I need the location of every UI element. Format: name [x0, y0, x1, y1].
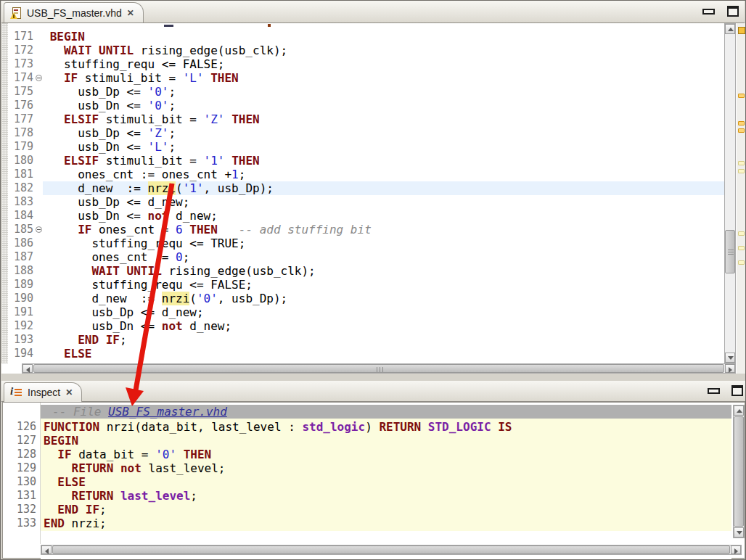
- code-line[interactable]: WAIT UNTIL rising_edge(usb_clk);: [43, 44, 724, 57]
- code-line[interactable]: usb_Dn <= not d_new;: [43, 319, 724, 333]
- inspect-vscroll-thumb[interactable]: [734, 416, 744, 527]
- code-line[interactable]: ELSIF stimuli_bit = '1' THEN: [43, 154, 724, 168]
- inspect-code-line[interactable]: RETURN last_level;: [41, 489, 731, 503]
- line-number[interactable]: 171: [8, 30, 43, 44]
- overview-ruler[interactable]: [737, 23, 746, 374]
- scroll-down-icon[interactable]: [725, 353, 735, 363]
- overview-occurrence-marker[interactable]: [738, 231, 745, 236]
- line-number[interactable]: 191: [8, 305, 43, 319]
- overview-occurrence-marker[interactable]: [738, 161, 745, 165]
- line-number[interactable]: 184: [8, 209, 43, 223]
- line-number[interactable]: 192: [8, 319, 43, 333]
- scroll-right-icon[interactable]: [725, 364, 735, 373]
- minimize-icon[interactable]: [702, 9, 715, 15]
- line-number[interactable]: 176: [8, 99, 43, 112]
- tab-usb-fs-master-vhd[interactable]: USB_FS_master.vhd ✕: [4, 2, 144, 22]
- line-number[interactable]: 187: [8, 250, 43, 264]
- fold-collapse-icon[interactable]: [36, 226, 42, 233]
- code-line[interactable]: WAIT UNTIL rising_edge(usb_clk);: [43, 264, 724, 278]
- line-number[interactable]: 194: [8, 347, 43, 361]
- current-code-line[interactable]: d_new := nrzi('1', usb_Dp);: [43, 181, 724, 195]
- line-number[interactable]: 182: [8, 181, 43, 195]
- panel-sash[interactable]: [1, 374, 745, 381]
- scroll-up-icon[interactable]: [734, 405, 744, 416]
- line-number-gutter[interactable]: 1711721731741751761771781791801811821831…: [8, 30, 43, 361]
- inspect-vertical-scrollbar[interactable]: [733, 405, 745, 538]
- scroll-down-icon[interactable]: [734, 527, 744, 538]
- code-editor[interactable]: 1711721731741751761771781791801811821831…: [1, 23, 745, 374]
- code-line[interactable]: usb_Dp <= 'Z';: [43, 126, 724, 140]
- line-number[interactable]: 190: [8, 292, 43, 305]
- overview-warning-marker[interactable]: [738, 94, 745, 98]
- line-number[interactable]: 172: [8, 44, 43, 57]
- line-number[interactable]: 175: [8, 85, 43, 99]
- line-number[interactable]: 186: [8, 236, 43, 250]
- code-line[interactable]: END IF;: [43, 333, 724, 347]
- line-number[interactable]: 174: [8, 71, 43, 85]
- inspect-code-line[interactable]: IF data_bit = '0' THEN: [41, 448, 731, 461]
- maximize-icon[interactable]: [731, 385, 743, 396]
- line-number[interactable]: 188: [8, 264, 43, 278]
- line-number[interactable]: 180: [8, 154, 43, 168]
- fold-collapse-icon[interactable]: [36, 75, 42, 81]
- overview-warning-marker[interactable]: [738, 128, 745, 133]
- code-line[interactable]: usb_Dp <= '0';: [43, 85, 724, 99]
- line-number[interactable]: 193: [8, 333, 43, 347]
- line-number[interactable]: 177: [8, 112, 43, 126]
- code-line[interactable]: usb_Dn <= 'L';: [43, 140, 724, 154]
- code-line[interactable]: IF stimuli_bit = 'L' THEN: [43, 71, 724, 85]
- editor-hscroll-thumb[interactable]: [33, 364, 724, 373]
- editor-vscroll-thumb[interactable]: [725, 230, 735, 273]
- code-line[interactable]: stuffing_requ <= FALSE;: [43, 278, 724, 292]
- code-line[interactable]: BEGIN: [43, 30, 724, 44]
- file-link[interactable]: USB_FS_master.vhd: [108, 405, 227, 419]
- line-number[interactable]: 183: [8, 195, 43, 209]
- inspect-code-line[interactable]: BEGIN: [41, 434, 731, 448]
- inspect-horizontal-scrollbar[interactable]: [41, 545, 742, 555]
- inspect-view[interactable]: 126127128129130131132133 -- File USB_FS_…: [2, 402, 745, 559]
- code-line[interactable]: ELSIF stimuli_bit = 'Z' THEN: [43, 112, 724, 126]
- code-line[interactable]: usb_Dp <= d_new;: [43, 305, 724, 319]
- code-line[interactable]: stuffing_requ <= TRUE;: [43, 236, 724, 250]
- close-icon[interactable]: ✕: [127, 9, 134, 17]
- line-number[interactable]: 178: [8, 126, 43, 140]
- overview-warning-marker[interactable]: [738, 121, 745, 125]
- scroll-up-icon[interactable]: [725, 24, 735, 34]
- scroll-left-icon[interactable]: [22, 364, 33, 373]
- code-line[interactable]: IF ones_cnt = 6 THEN -- add stuffing bit: [43, 223, 724, 236]
- line-number[interactable]: 189: [8, 278, 43, 292]
- overview-occurrence-marker[interactable]: [738, 260, 745, 265]
- scroll-right-icon[interactable]: [731, 545, 741, 554]
- maximize-icon[interactable]: [727, 6, 739, 17]
- code-line[interactable]: ones_cnt := 0;: [43, 250, 724, 264]
- close-icon[interactable]: ✕: [65, 388, 73, 397]
- code-token: [113, 461, 120, 475]
- inspect-code-line[interactable]: ELSE: [41, 475, 731, 489]
- overview-warning-badge[interactable]: [738, 27, 745, 34]
- inspect-code-line[interactable]: FUNCTION nrzi(data_bit, last_level : std…: [41, 420, 731, 434]
- overview-occurrence-marker[interactable]: [738, 246, 745, 250]
- editor-horizontal-scrollbar[interactable]: [22, 363, 736, 374]
- line-number[interactable]: 173: [8, 57, 43, 71]
- code-line[interactable]: usb_Dp <= d_new;: [43, 195, 724, 209]
- code-area[interactable]: BEGIN WAIT UNTIL rising_edge(usb_clk); s…: [43, 30, 724, 361]
- code-line[interactable]: d_new := nrzi('0', usb_Dp);: [43, 292, 724, 305]
- code-line[interactable]: stuffing_requ <= FALSE;: [43, 57, 724, 71]
- code-line[interactable]: usb_Dn <= not d_new;: [43, 209, 724, 223]
- editor-vertical-scrollbar[interactable]: [724, 23, 736, 363]
- tab-inspect[interactable]: i Inspect ✕: [4, 382, 82, 402]
- overview-occurrence-marker[interactable]: [738, 169, 745, 173]
- code-line[interactable]: usb_Dn <= '0';: [43, 99, 724, 112]
- inspect-code-line[interactable]: END IF;: [41, 503, 731, 516]
- code-line[interactable]: ELSE: [43, 347, 724, 361]
- line-number[interactable]: 181: [8, 168, 43, 181]
- inspect-hscroll-thumb[interactable]: [52, 545, 730, 554]
- line-number[interactable]: 179: [8, 140, 43, 154]
- line-number[interactable]: 185: [8, 223, 43, 236]
- inspect-code-area[interactable]: FUNCTION nrzi(data_bit, last_level : std…: [41, 420, 731, 530]
- scroll-left-icon[interactable]: [41, 545, 52, 554]
- minimize-icon[interactable]: [708, 388, 720, 394]
- inspect-code-line[interactable]: END nrzi;: [41, 516, 731, 530]
- inspect-code-line[interactable]: RETURN not last_level;: [41, 461, 731, 475]
- code-line[interactable]: ones_cnt := ones_cnt +1;: [43, 168, 724, 181]
